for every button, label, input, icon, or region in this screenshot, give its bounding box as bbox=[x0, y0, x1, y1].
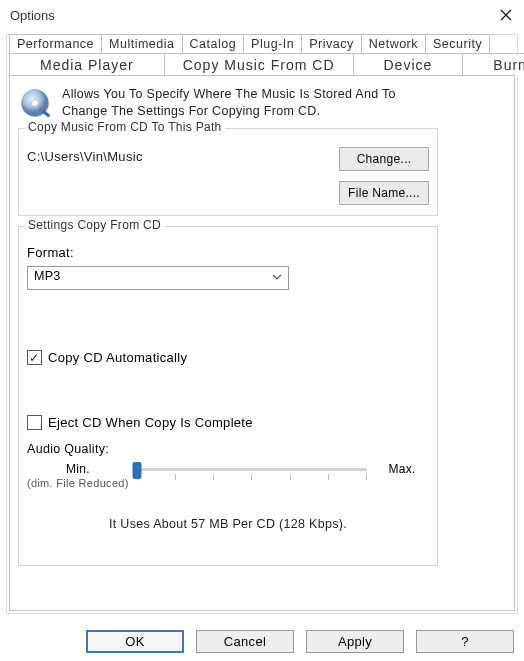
slider-thumb[interactable] bbox=[132, 462, 141, 479]
copy-auto-label: Copy CD Automatically bbox=[48, 350, 187, 365]
file-name-button[interactable]: File Name.... bbox=[339, 181, 429, 205]
format-select[interactable]: MP3 bbox=[27, 266, 289, 290]
slider-track-line bbox=[137, 468, 367, 471]
eject-checkbox[interactable] bbox=[27, 415, 42, 430]
settings-group: Settings Copy From CD Format: MP3 Copy C… bbox=[18, 226, 438, 566]
tab-plugin[interactable]: Plug-In bbox=[243, 34, 302, 54]
copy-path-value: C:\Users\Vin\Music bbox=[27, 147, 143, 164]
min-text: Min. bbox=[27, 462, 129, 477]
header-line1: Allows You To Specify Where The Music Is… bbox=[62, 86, 396, 103]
audio-quality-label: Audio Quality: bbox=[27, 442, 429, 456]
tab-copy-music[interactable]: Copy Music From CD bbox=[164, 53, 354, 75]
tab-content: Allows You To Specify Where The Music Is… bbox=[9, 75, 515, 611]
quality-slider[interactable] bbox=[137, 462, 367, 488]
max-text: Max. bbox=[375, 462, 429, 477]
tabs-row-1: Performance Multimedia Catalog Plug-In P… bbox=[9, 34, 515, 54]
usage-text: It Uses About 57 MB Per CD (128 Kbps). bbox=[27, 517, 429, 531]
tab-privacy[interactable]: Privacy bbox=[301, 34, 361, 54]
copy-auto-checkbox[interactable] bbox=[27, 350, 42, 365]
svg-point-1 bbox=[32, 100, 39, 107]
change-path-button[interactable]: Change... bbox=[339, 147, 429, 171]
slider-ticks bbox=[137, 474, 367, 482]
tab-multimedia[interactable]: Multimedia bbox=[101, 34, 182, 54]
format-value: MP3 bbox=[34, 269, 61, 283]
min-sub: (dim. File Reduced) bbox=[27, 477, 129, 491]
options-panel: Performance Multimedia Catalog Plug-In P… bbox=[6, 34, 518, 614]
titlebar: Options bbox=[0, 0, 524, 30]
apply-button[interactable]: Apply bbox=[306, 630, 404, 653]
tab-network[interactable]: Network bbox=[361, 34, 426, 54]
format-label: Format: bbox=[27, 245, 429, 260]
tab-performance[interactable]: Performance bbox=[9, 34, 102, 54]
slider-min-label: Min. (dim. File Reduced) bbox=[27, 462, 129, 491]
tab-media-player[interactable]: Media Player bbox=[9, 53, 165, 75]
settings-legend: Settings Copy From CD bbox=[25, 218, 164, 232]
copy-path-group: Copy Music From CD To This Path C:\Users… bbox=[18, 128, 438, 216]
header-line2: Change The Settings For Copying From CD. bbox=[62, 103, 396, 120]
eject-label: Eject CD When Copy Is Complete bbox=[48, 415, 253, 430]
cd-icon bbox=[18, 86, 52, 120]
dialog-button-bar: OK Cancel Apply ? bbox=[86, 630, 514, 653]
tab-burn[interactable]: Burn bbox=[462, 53, 524, 75]
header-description: Allows You To Specify Where The Music Is… bbox=[62, 86, 396, 120]
slider-max-label: Max. bbox=[375, 462, 429, 477]
help-button[interactable]: ? bbox=[416, 630, 514, 653]
window-title: Options bbox=[10, 8, 55, 23]
close-button[interactable] bbox=[496, 5, 516, 25]
tab-catalog[interactable]: Catalog bbox=[182, 34, 245, 54]
tab-security[interactable]: Security bbox=[425, 34, 490, 54]
copy-path-legend: Copy Music From CD To This Path bbox=[25, 120, 225, 134]
tab-device[interactable]: Device bbox=[353, 53, 464, 75]
close-icon bbox=[500, 9, 512, 21]
ok-button[interactable]: OK bbox=[86, 630, 184, 653]
copy-auto-row: Copy CD Automatically bbox=[27, 350, 429, 365]
eject-row: Eject CD When Copy Is Complete bbox=[27, 415, 429, 430]
cancel-button[interactable]: Cancel bbox=[196, 630, 294, 653]
tabs-row-2: Media Player Copy Music From CD Device B… bbox=[9, 53, 515, 75]
